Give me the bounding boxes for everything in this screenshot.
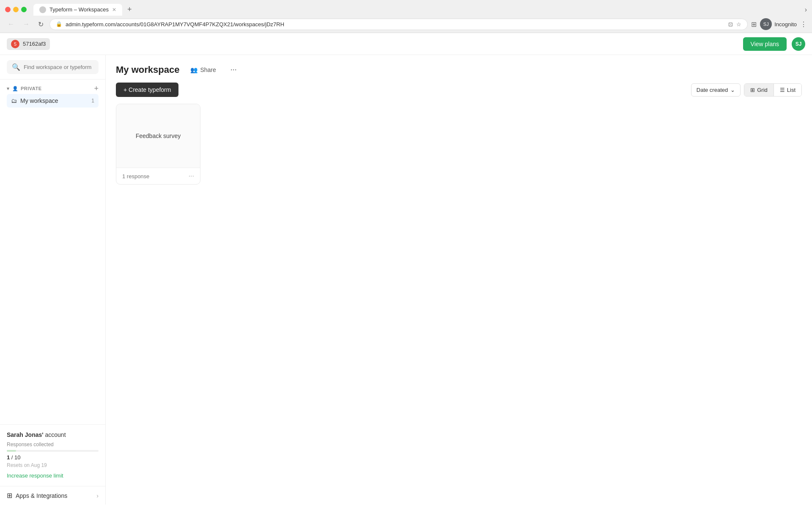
account-title: Sarah Jonas' account: [7, 431, 99, 438]
view-toggle: ⊞ Grid ☰ List: [744, 83, 802, 97]
forward-button[interactable]: →: [20, 19, 32, 29]
sidebar-item-my-workspace[interactable]: 🗂 My workspace 1: [7, 94, 99, 108]
browser-chrome: Typeform – Workspaces ✕ + › ← → ↻ 🔒 admi…: [0, 0, 812, 33]
response-total: 10: [14, 454, 20, 461]
share-label: Share: [200, 66, 216, 73]
incognito-label: Incognito: [774, 21, 797, 28]
progress-bar-background: [7, 450, 99, 452]
main-layout: 🔍 ▾ 👤 PRIVATE + 🗂 My workspace 1: [0, 55, 812, 505]
back-button[interactable]: ←: [5, 19, 17, 29]
app-badge: 5 57162af3: [7, 38, 50, 50]
sidebar-search: 🔍: [0, 55, 105, 80]
sidebar-private-section: ▾ 👤 PRIVATE + 🗂 My workspace 1: [0, 80, 105, 109]
tab-bar: Typeform – Workspaces ✕ + ›: [0, 0, 812, 16]
responses-collected-label: Responses collected: [7, 442, 99, 447]
search-icon: 🔍: [12, 63, 20, 71]
sort-label: Date created: [697, 87, 728, 93]
new-tab-button[interactable]: +: [124, 3, 135, 16]
form-name: Feedback survey: [136, 133, 181, 139]
incognito-initials: SJ: [763, 22, 769, 27]
workspace-title: My workspace: [116, 64, 179, 75]
forms-grid: Feedback survey 1 response ···: [106, 104, 812, 185]
response-count: 1 / 10: [7, 454, 99, 461]
form-card-footer: 1 response ···: [116, 168, 200, 184]
response-separator: /: [10, 454, 14, 461]
maximize-button[interactable]: [21, 7, 27, 12]
reload-button[interactable]: ↻: [36, 19, 46, 29]
grid-label: Grid: [757, 87, 768, 93]
form-card-preview: Feedback survey: [116, 104, 200, 168]
list-icon: ☰: [780, 87, 785, 93]
share-icon: 👥: [190, 66, 198, 73]
address-icons: ⊡ ☆: [728, 21, 741, 28]
tab-close-button[interactable]: ✕: [112, 7, 116, 13]
increase-limit-link[interactable]: Increase response limit: [7, 472, 63, 479]
sort-chevron-icon: ⌄: [730, 87, 735, 93]
app-header: 5 57162af3 View plans SJ: [0, 33, 812, 55]
sidebar-bottom: Sarah Jonas' account Responses collected…: [0, 424, 105, 486]
workspace-name: My workspace: [20, 97, 58, 104]
apps-arrow: ›: [96, 492, 99, 499]
content-area: My workspace 👥 Share ··· + Create typefo…: [106, 55, 812, 505]
search-wrapper[interactable]: 🔍: [7, 60, 99, 74]
apps-label: Apps & Integrations: [16, 492, 67, 499]
view-plans-button[interactable]: View plans: [743, 37, 787, 51]
grid-view-button[interactable]: ⊞ Grid: [744, 84, 774, 96]
add-workspace-button[interactable]: +: [94, 85, 99, 92]
bookmark-icon: ☆: [736, 21, 741, 28]
resets-text: Resets on Aug 19: [7, 462, 99, 468]
window-controls: [5, 7, 27, 12]
workspace-icon: 🗂: [11, 97, 17, 104]
address-text: admin.typeform.com/accounts/01G8AYRAP1MY…: [66, 21, 725, 28]
apps-icon: ⊞: [7, 491, 12, 500]
section-header: ▾ 👤 PRIVATE +: [7, 85, 99, 92]
list-view-button[interactable]: ☰ List: [774, 84, 801, 96]
list-label: List: [787, 87, 796, 93]
more-options-button[interactable]: ···: [227, 64, 240, 76]
form-card[interactable]: Feedback survey 1 response ···: [116, 104, 200, 185]
search-input[interactable]: [24, 64, 95, 70]
close-button[interactable]: [5, 7, 11, 12]
people-icon: 👤: [12, 86, 19, 91]
content-header: My workspace 👥 Share ···: [106, 55, 812, 83]
sidebar: 🔍 ▾ 👤 PRIVATE + 🗂 My workspace 1: [0, 55, 106, 505]
form-menu-button[interactable]: ···: [189, 172, 194, 180]
tab-favicon: [39, 6, 46, 13]
create-typeform-button[interactable]: + Create typeform: [116, 83, 178, 97]
incognito-button[interactable]: SJ Incognito: [760, 18, 797, 30]
account-suffix: account: [44, 431, 66, 438]
sort-dropdown[interactable]: Date created ⌄: [691, 83, 741, 97]
cast-icon: ⊡: [728, 21, 733, 28]
workspace-item-left: 🗂 My workspace: [11, 97, 58, 104]
incognito-avatar: SJ: [760, 18, 772, 30]
account-name: Sarah Jonas': [7, 431, 44, 438]
address-bar: ← → ↻ 🔒 admin.typeform.com/accounts/01G8…: [0, 16, 812, 33]
tab-more-button[interactable]: ›: [805, 6, 807, 14]
user-avatar[interactable]: SJ: [792, 37, 805, 51]
toolbar-right: Date created ⌄ ⊞ Grid ☰ List: [691, 83, 802, 97]
minimize-button[interactable]: [13, 7, 19, 12]
share-button[interactable]: 👥 Share: [186, 64, 220, 76]
section-label: PRIVATE: [21, 86, 42, 91]
badge-id: 57162af3: [23, 41, 46, 47]
apps-left: ⊞ Apps & Integrations: [7, 491, 67, 500]
form-response-count: 1 response: [122, 173, 149, 179]
workspace-count: 1: [91, 98, 94, 104]
tab-title: Typeform – Workspaces: [49, 6, 109, 13]
apps-integrations-section[interactable]: ⊞ Apps & Integrations ›: [0, 486, 105, 505]
extensions-icon: ⊞: [751, 20, 757, 28]
badge-number: 5: [11, 40, 19, 48]
lock-icon: 🔒: [56, 21, 62, 27]
active-tab[interactable]: Typeform – Workspaces ✕: [33, 4, 122, 16]
progress-bar-fill: [7, 450, 16, 452]
toolbar: + Create typeform Date created ⌄ ⊞ Grid …: [106, 83, 812, 104]
grid-icon: ⊞: [750, 87, 755, 93]
menu-icon[interactable]: ⋮: [800, 20, 807, 28]
address-input[interactable]: 🔒 admin.typeform.com/accounts/01G8AYRAP1…: [49, 19, 748, 30]
browser-actions: ⊞ SJ Incognito ⋮: [751, 18, 807, 30]
chevron-icon: ▾: [7, 86, 10, 91]
section-title: ▾ 👤 PRIVATE: [7, 86, 42, 91]
